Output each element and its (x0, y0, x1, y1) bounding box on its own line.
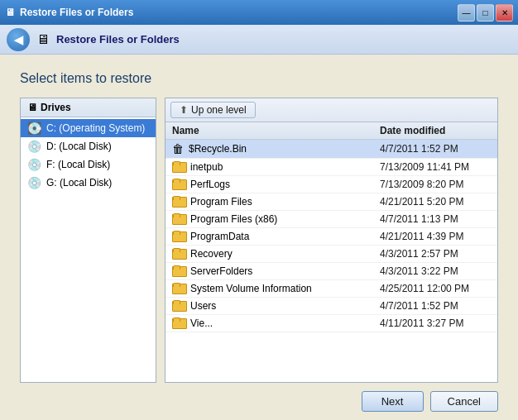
file-date-serverfolders: 4/3/2011 3:22 PM (373, 265, 497, 278)
next-button[interactable]: Next (362, 391, 424, 412)
title-bar-title: Restore Files or Folders (20, 7, 133, 18)
nav-bar: ◀ 🖥 Restore Files or Folders (0, 25, 518, 55)
file-name-serverfolders: ServerFolders (165, 265, 373, 278)
title-bar-icon: 🖥 (5, 7, 15, 18)
folder-icon-programdata (172, 231, 185, 242)
file-date-program-files-x86: 4/7/2011 1:13 PM (373, 212, 497, 226)
folder-icon-serverfolders (172, 265, 185, 277)
drive-label-d: D: (Local Disk) (46, 141, 112, 152)
drive-icon-c: 💽 (27, 122, 41, 135)
drive-item-f[interactable]: 💿 F: (Local Disk) (21, 155, 156, 174)
file-row-vie[interactable]: Vie... 4/11/2011 3:27 PM (165, 315, 497, 332)
drive-icon-d: 💿 (27, 140, 41, 153)
bottom-bar: Next Cancel (20, 383, 498, 412)
folder-icon-program-files (172, 196, 185, 208)
folder-icon-svi (172, 283, 185, 294)
file-date-vie: 4/11/2011 3:27 PM (373, 317, 497, 330)
main-content: Select items to restore 🖥 Drives 💽 C: (O… (0, 55, 518, 420)
file-row-program-files[interactable]: Program Files 4/21/2011 5:20 PM (165, 193, 497, 211)
recycle-bin-icon: 🗑 (172, 142, 184, 155)
up-arrow-icon: ⬆ (180, 104, 188, 116)
file-name-recycle-bin: 🗑 $Recycle.Bin (165, 141, 373, 156)
drives-header: 🖥 Drives (21, 98, 156, 117)
drive-item-d[interactable]: 💿 D: (Local Disk) (21, 137, 156, 155)
file-row-users[interactable]: Users 4/7/2011 1:52 PM (165, 298, 497, 315)
drive-icon-f: 💿 (27, 158, 41, 171)
title-bar-left: 🖥 Restore Files or Folders (5, 7, 133, 18)
drive-icon-g: 💿 (27, 176, 41, 189)
minimize-button[interactable]: — (458, 4, 475, 21)
file-name-vie: Vie... (165, 317, 373, 330)
file-date-perflogs: 7/13/2009 8:20 PM (373, 178, 497, 191)
page-title: Select items to restore (20, 71, 498, 86)
panels: 🖥 Drives 💽 C: (Operating System) 💿 D: (L… (20, 98, 498, 383)
file-name-programdata: ProgramData (165, 230, 373, 243)
file-name-inetpub: inetpub (165, 160, 373, 174)
up-one-level-button[interactable]: ⬆ Up one level (170, 102, 256, 118)
file-row-svi[interactable]: System Volume Information 4/25/2011 12:0… (165, 280, 497, 298)
file-name-users: Users (165, 299, 373, 313)
close-button[interactable]: ✕ (496, 4, 513, 21)
file-name-program-files: Program Files (165, 195, 373, 208)
cancel-button[interactable]: Cancel (430, 391, 498, 412)
file-name-svi: System Volume Information (165, 282, 373, 295)
folder-icon-users (172, 300, 185, 312)
file-list[interactable]: Name Date modified 🗑 $Recycle.Bin 4/7/20… (165, 122, 497, 382)
file-row-perflogs[interactable]: PerfLogs 7/13/2009 8:20 PM (165, 176, 497, 193)
drives-header-icon: 🖥 (27, 102, 37, 113)
column-name: Name (165, 122, 373, 139)
drives-panel: 🖥 Drives 💽 C: (Operating System) 💿 D: (L… (20, 98, 156, 383)
nav-icon: 🖥 (36, 32, 50, 47)
folder-icon-perflogs (172, 179, 185, 190)
folder-icon-vie (172, 317, 185, 329)
file-name-perflogs: PerfLogs (165, 178, 373, 191)
files-panel: ⬆ Up one level Name Date modified 🗑 $Rec… (165, 98, 498, 383)
drive-label-f: F: (Local Disk) (46, 159, 110, 170)
drive-label-g: G: (Local Disk) (46, 177, 112, 189)
back-button[interactable]: ◀ (7, 28, 30, 51)
file-date-inetpub: 7/13/2009 11:41 PM (373, 160, 497, 174)
file-date-program-files: 4/21/2011 5:20 PM (373, 195, 497, 208)
file-row-programdata[interactable]: ProgramData 4/21/2011 4:39 PM (165, 228, 497, 246)
file-date-recycle-bin: 4/7/2011 1:52 PM (373, 142, 497, 155)
file-row-program-files-x86[interactable]: Program Files (x86) 4/7/2011 1:13 PM (165, 211, 497, 228)
files-toolbar: ⬆ Up one level (165, 98, 497, 122)
file-date-recovery: 4/3/2011 2:57 PM (373, 247, 497, 260)
file-date-svi: 4/25/2011 12:00 PM (373, 282, 497, 295)
file-row-recycle-bin[interactable]: 🗑 $Recycle.Bin 4/7/2011 1:52 PM (165, 140, 497, 159)
maximize-button[interactable]: □ (477, 4, 494, 21)
up-label: Up one level (191, 104, 247, 116)
file-row-recovery[interactable]: Recovery 4/3/2011 2:57 PM (165, 246, 497, 263)
nav-title: Restore Files or Folders (56, 33, 180, 45)
drive-item-c[interactable]: 💽 C: (Operating System) (21, 119, 156, 137)
drives-header-label: Drives (41, 102, 71, 113)
drives-list: 💽 C: (Operating System) 💿 D: (Local Disk… (21, 117, 156, 382)
file-date-users: 4/7/2011 1:52 PM (373, 299, 497, 313)
column-date-modified: Date modified (373, 122, 497, 139)
folder-icon-program-files-x86 (172, 213, 185, 225)
file-date-programdata: 4/21/2011 4:39 PM (373, 230, 497, 243)
file-name-program-files-x86: Program Files (x86) (165, 212, 373, 226)
file-row-inetpub[interactable]: inetpub 7/13/2009 11:41 PM (165, 159, 497, 176)
folder-icon-inetpub (172, 161, 185, 173)
file-row-serverfolders[interactable]: ServerFolders 4/3/2011 3:22 PM (165, 263, 497, 280)
file-name-recovery: Recovery (165, 247, 373, 260)
drive-item-g[interactable]: 💿 G: (Local Disk) (21, 174, 156, 192)
folder-icon-recovery (172, 248, 185, 260)
drive-label-c: C: (Operating System) (46, 122, 145, 134)
title-bar: 🖥 Restore Files or Folders — □ ✕ (0, 0, 518, 25)
title-bar-controls: — □ ✕ (458, 4, 513, 21)
file-list-header: Name Date modified (165, 122, 497, 140)
